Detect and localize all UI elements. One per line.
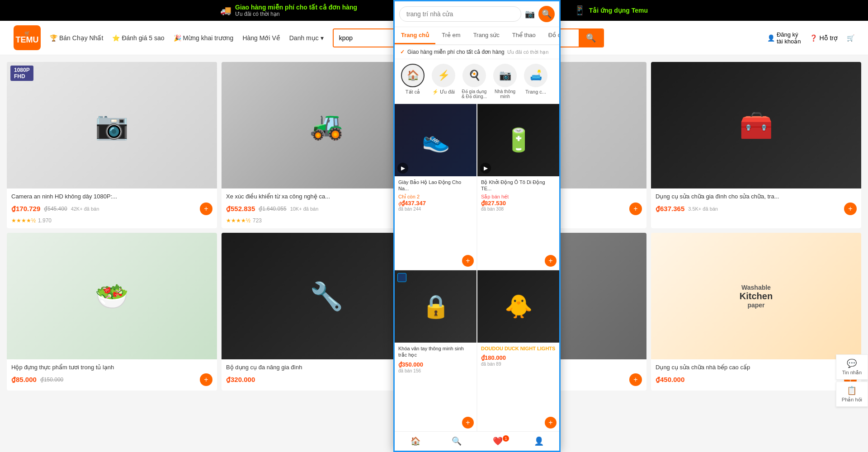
reviews-2: 723 (253, 217, 262, 224)
chat-label: Tin nhắn (842, 370, 862, 376)
mobile-nav-jewelry[interactable]: Trang sức (467, 27, 506, 44)
mobile-cat-household-label: Đồ gia dụng & Đồ dùng... (462, 89, 487, 99)
add-cart-button-5[interactable]: + (200, 373, 212, 386)
product-info-8: Dụng cụ sửa chữa nhà bếp cao cấp ₫450.00… (651, 359, 861, 391)
mobile-product-title-4: DOUDOU DUCK NIGHT LIGHTS (481, 345, 556, 352)
mobile-search-bar: 📷 🔍 (395, 1, 559, 27)
mobile-product-sold-4: đã bán 89 (481, 362, 556, 367)
cart-icon: 🛒 (847, 34, 854, 42)
price-original-1: ₫545.400 (44, 206, 67, 212)
price-sold-2: 10K+ đã bán (290, 206, 319, 212)
mobile-cat-household-img: 🍳 (462, 64, 486, 87)
support-button[interactable]: ❓ Hỗ trợ (810, 34, 838, 42)
register-label: Đăng kýtài khoản (777, 31, 801, 45)
mobile-product-1[interactable]: 👟 ▶ Giày Bảo Hộ Lao Động Cho Na... Chỉ c… (395, 104, 476, 269)
temu-logo[interactable]: 🛒 TEMU (14, 25, 41, 50)
nav-categories[interactable]: Danh mục ▾ (289, 34, 324, 42)
price-main-1: ₫170.729 (11, 205, 40, 213)
mobile-cat-all[interactable]: 🏠 Tất cả (399, 64, 426, 99)
nav-categories-label: Danh mục (289, 34, 319, 42)
mobile-product-price-1: ₫₫437.347 (398, 200, 426, 207)
nav-new-opening[interactable]: 🎉 Mừng khai trương (174, 34, 234, 42)
star-icon: ⭐ (112, 34, 120, 42)
mobile-search-submit-button[interactable]: 🔍 (538, 6, 555, 22)
chat-button[interactable]: 💬 Tin nhắn (836, 354, 868, 380)
mobile-product-3[interactable]: 🔒 Khóa vân tay thông minh sinh trắc học … (395, 270, 476, 397)
support-label: Hỗ trợ (819, 34, 838, 42)
mobile-product-4[interactable]: 🐥 DOUDOU DUCK NIGHT LIGHTS ₫180.000 đã b… (477, 270, 559, 397)
mobile-cat-deals[interactable]: ⚡ ⚡ Ưu đãi (430, 64, 457, 99)
product-rating-1: ★★★★½ 1.970 (11, 217, 212, 224)
mobile-products-grid: 👟 ▶ Giày Bảo Hộ Lao Động Cho Na... Chỉ c… (395, 104, 559, 397)
mobile-cat-deals-img: ⚡ (432, 64, 455, 87)
free-shipping-sub: Ưu đãi có thời hạn (507, 49, 549, 55)
mobile-cat-all-label: Tất cả (406, 89, 420, 95)
stars-2: ★★★★½ (226, 217, 250, 224)
add-cart-button-3[interactable]: + (629, 202, 642, 215)
add-cart-button-1[interactable]: + (200, 202, 212, 215)
mobile-nav-more[interactable]: Đồ cho... (542, 27, 559, 44)
register-button[interactable]: 👤 Đăng kýtài khoản (767, 31, 801, 45)
feedback-button[interactable]: 📋 Phản hồi (836, 381, 868, 397)
nav-bestseller[interactable]: 🏆 Bán Chạy Nhất (50, 34, 103, 42)
banner-free-shipping: 🚚 Giao hàng miễn phí cho tất cả đơn hàng… (220, 4, 357, 17)
header-right: 👤 Đăng kýtài khoản ❓ Hỗ trợ 🛒 (767, 31, 854, 45)
product-title-4: Dụng cụ sửa chữa gia đình cho sửa chữa, … (656, 193, 857, 200)
product-image-1: 📷 1080PFHD (7, 62, 217, 188)
reviews-1: 1.970 (38, 217, 52, 224)
mobile-product-price-4: ₫180.000 (481, 354, 506, 361)
mobile-search-input[interactable] (399, 6, 521, 22)
checkmark-icon: ✓ (400, 49, 405, 55)
nav-5star[interactable]: ⭐ Đánh giá 5 sao (112, 34, 164, 42)
user-icon: 👤 (767, 34, 775, 42)
mobile-product-sold-1: đã bán 244 (398, 207, 473, 212)
help-icon: ❓ (810, 34, 817, 42)
mobile-product-title-2: Bộ Khởi Động Ô Tô Di Động TE... (481, 179, 556, 192)
mobile-cat-decor[interactable]: 🛋️ Trang c... (522, 64, 549, 99)
mobile-cat-household[interactable]: 🍳 Đồ gia dụng & Đồ dùng... (461, 64, 488, 99)
product-card-1[interactable]: 📷 1080PFHD Camera an ninh HD không dây 1… (7, 62, 217, 228)
mobile-nav-home[interactable]: Trang chủ (395, 27, 435, 44)
product-card-4[interactable]: 🧰 Dụng cụ sửa chữa gia đình cho sửa chữa… (651, 62, 861, 228)
price-sold-4: 3.5K+ đã bán (688, 206, 718, 212)
chat-icon: 💬 (847, 358, 857, 368)
trophy-icon: 🏆 (50, 34, 57, 42)
mobile-product-price-3: ₫350.000 (398, 361, 423, 368)
product-title-5: Hộp đựng thực phẩm tươi trong tủ lạnh (11, 364, 212, 371)
product-card-8[interactable]: Washable Kitchen paper Dụng cụ sửa chữa … (651, 233, 861, 391)
mobile-product-title-3: Khóa vân tay thông minh sinh trắc học (398, 345, 473, 358)
product-image-5: 🥗 (7, 233, 217, 359)
mobile-product-sold-2: đã bán 308 (481, 207, 556, 212)
price-main-6: ₫320.000 (226, 376, 255, 384)
add-cart-button-4[interactable]: + (844, 202, 857, 215)
mobile-product-2[interactable]: 🔋 ▶ Bộ Khởi Động Ô Tô Di Động TE... Sắp … (477, 104, 559, 269)
product-title-1: Camera an ninh HD không dây 1080P:... (11, 193, 212, 200)
mobile-product-sold-3: đã bán 156 (398, 368, 473, 373)
mobile-nav-sports[interactable]: Thể thao (506, 27, 542, 44)
banner-title-1: Giao hàng miễn phí cho tất cả đơn hàng (235, 4, 357, 11)
mobile-cat-smart-home[interactable]: 📷 Nhà thông minh (491, 64, 519, 99)
price-main-2: ₫552.835 (226, 205, 255, 213)
product-card-5[interactable]: 🥗 Hộp đựng thực phẩm tươi trong tủ lạnh … (7, 233, 217, 391)
chevron-down-icon: ▾ (321, 34, 324, 42)
mobile-cat-all-img: 🏠 (401, 64, 425, 87)
mobile-camera-search-button[interactable]: 📷 (525, 9, 535, 19)
party-icon: 🎉 (174, 34, 181, 42)
banner-app: 📱 Tải ứng dụng Temu (574, 5, 648, 16)
search-button[interactable]: 🔍 (579, 29, 603, 47)
mobile-add-cart-2[interactable]: + (545, 255, 557, 267)
mobile-panel: 📷 🔍 Trang chủ Trẻ em Trang sức Thể thao … (393, 0, 561, 397)
product-price-1: ₫170.729 ₫545.400 42K+ đã bán + (11, 202, 212, 215)
mobile-product-info-4: DOUDOU DUCK NIGHT LIGHTS ₫180.000 đã bán… (477, 343, 559, 369)
mobile-nav-kids[interactable]: Trẻ em (435, 27, 467, 44)
mobile-product-img-4: 🐥 (477, 270, 559, 343)
mobile-nav: Trang chủ Trẻ em Trang sức Thể thao Đồ c… (395, 27, 559, 45)
cart-button[interactable]: 🛒 (847, 34, 854, 42)
price-sold-1: 42K+ đã bán (71, 206, 99, 212)
mobile-cat-decor-img: 🛋️ (524, 64, 547, 87)
mobile-add-cart-1[interactable]: + (462, 255, 474, 267)
nav-new-arrivals[interactable]: Hàng Mới Về (242, 34, 280, 42)
product-price-5: ₫85.000 ₫150.000 + (11, 373, 212, 386)
mobile-product-price-2: ₫827.530 (481, 200, 506, 207)
add-cart-button-7[interactable]: + (629, 373, 642, 386)
